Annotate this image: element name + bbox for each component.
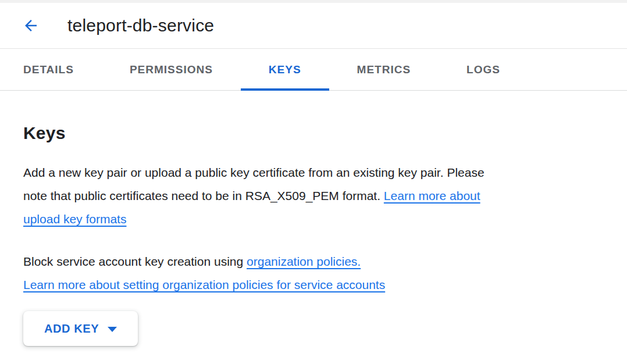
intro-line-2: note that public certificates need to be…: [23, 184, 593, 208]
block-note-line-2: Learn more about setting organization po…: [23, 273, 593, 297]
arrow-left-icon: [22, 17, 40, 34]
section-heading: Keys: [23, 123, 604, 143]
dropdown-caret-icon: [108, 327, 117, 332]
block-note-paragraph: Block service account key creation using…: [23, 250, 593, 297]
intro-paragraph: Add a new key pair or upload a public ke…: [23, 161, 593, 231]
back-button[interactable]: [22, 17, 40, 34]
tab-permissions[interactable]: PERMISSIONS: [102, 49, 241, 90]
tab-bar: DETAILS PERMISSIONS KEYS METRICS LOGS: [0, 49, 627, 91]
intro-line-3: upload key formats: [23, 208, 593, 231]
keys-panel: Keys Add a new key pair or upload a publ…: [0, 123, 627, 346]
block-note-line-1: Block service account key creation using…: [23, 250, 593, 273]
page-header: teleport-db-service: [0, 3, 627, 49]
org-policies-service-accounts-link[interactable]: Learn more about setting organization po…: [23, 278, 385, 291]
add-key-button-label: ADD KEY: [44, 322, 99, 336]
tab-details[interactable]: DETAILS: [0, 49, 102, 90]
tab-keys[interactable]: KEYS: [241, 49, 329, 90]
tab-metrics[interactable]: METRICS: [329, 49, 439, 90]
add-key-button[interactable]: ADD KEY: [23, 311, 138, 346]
tab-logs[interactable]: LOGS: [439, 49, 528, 90]
page-title: teleport-db-service: [67, 16, 214, 35]
organization-policies-link[interactable]: organization policies.: [247, 255, 361, 268]
intro-line-1: Add a new key pair or upload a public ke…: [23, 161, 593, 184]
learn-more-upload-key-formats-link[interactable]: Learn more about: [384, 189, 480, 202]
upload-key-formats-link[interactable]: upload key formats: [23, 212, 126, 226]
